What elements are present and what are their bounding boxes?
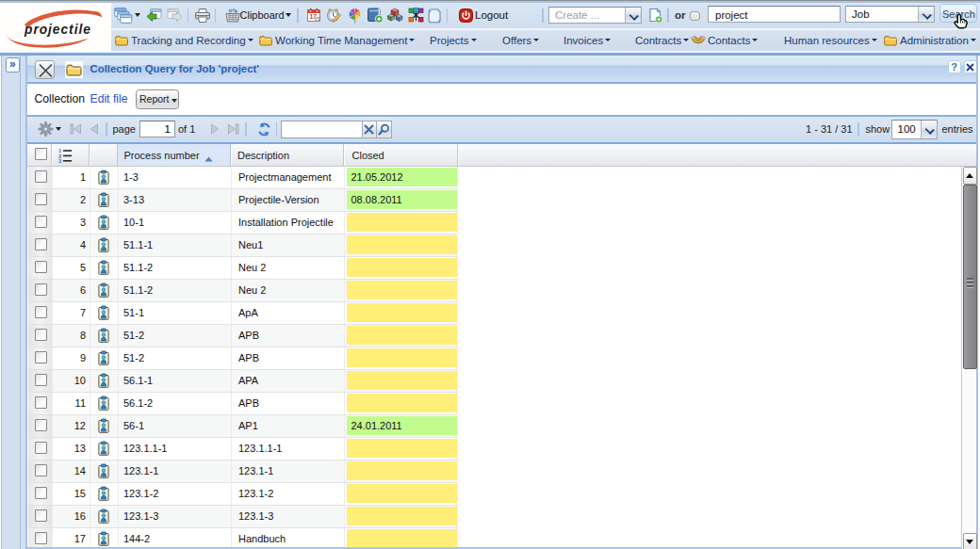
svg-text:3: 3 — [58, 158, 62, 163]
